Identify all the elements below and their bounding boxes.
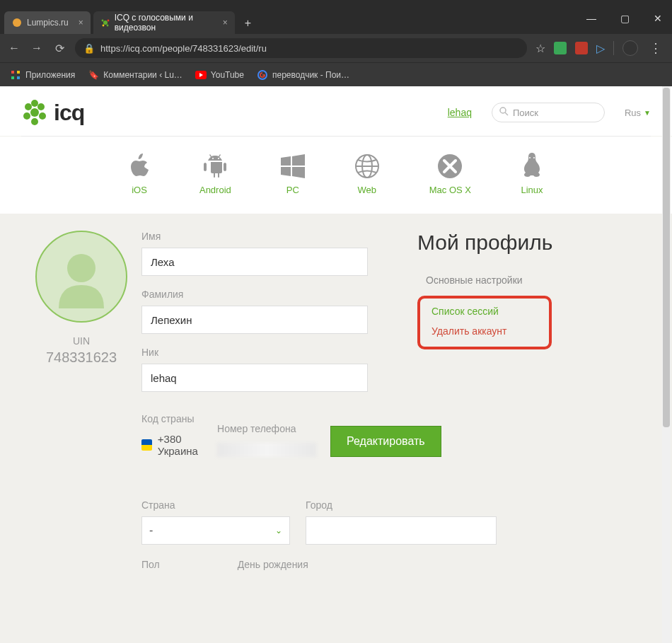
platform-ios[interactable]: iOS	[129, 152, 150, 195]
divider	[613, 41, 614, 55]
logo-text: icq	[54, 100, 84, 126]
menu-button[interactable]: ⋮	[647, 40, 665, 56]
platform-pc[interactable]: PC	[281, 152, 305, 195]
svg-point-25	[67, 254, 95, 282]
uin-label: UIN	[21, 335, 141, 347]
apps-icon	[10, 69, 21, 81]
search-input[interactable]: Поиск	[492, 103, 605, 122]
tab-title: ICQ с голосовыми и видеозвон	[115, 13, 213, 33]
lastname-input[interactable]	[141, 306, 368, 334]
firstname-label: Имя	[141, 231, 403, 242]
platform-label: Linux	[521, 185, 543, 195]
gender-label: Пол	[141, 559, 160, 570]
extension-icon-2[interactable]	[575, 42, 588, 54]
svg-point-15	[23, 112, 30, 120]
platform-label: PC	[281, 185, 305, 195]
forward-button[interactable]: →	[30, 42, 44, 54]
svg-point-3	[107, 20, 109, 22]
chevron-down-icon: ⌄	[275, 526, 282, 535]
phone-label: Номер телефона	[217, 423, 316, 434]
svg-point-12	[30, 108, 39, 117]
browser-titlebar	[0, 0, 672, 8]
apps-button[interactable]: Приложения	[10, 69, 75, 81]
settings-subtitle: Основные настройки	[426, 274, 651, 286]
scrollbar-thumb[interactable]	[663, 88, 670, 427]
icq-flower-icon	[21, 99, 48, 126]
svg-point-13	[25, 103, 32, 110]
bookmarks-bar: Приложения 🔖 Комментарии ‹ Lu… YouTube п…	[0, 62, 672, 86]
window-controls: — ▢ ✕	[581, 10, 668, 27]
svg-rect-7	[17, 71, 20, 74]
nick-input[interactable]	[141, 364, 368, 392]
countrycode-label: Код страны	[141, 413, 203, 424]
svg-point-2	[101, 20, 103, 22]
star-icon[interactable]: ☆	[535, 42, 545, 55]
close-window-button[interactable]: ✕	[648, 10, 668, 27]
profile-form: Имя Фамилия Ник Код страны +380 Украина	[141, 231, 403, 576]
firstname-input[interactable]	[141, 248, 368, 276]
platform-android[interactable]: Android	[199, 152, 231, 195]
countrycode-value: +380 Украина	[158, 433, 203, 457]
country-select[interactable]: - ⌄	[141, 516, 290, 545]
svg-point-0	[13, 18, 21, 27]
tab-title: Lumpics.ru	[27, 18, 69, 28]
user-link[interactable]: lehaq	[448, 107, 472, 118]
bookmark-label: переводчик - Пои…	[272, 70, 349, 80]
lock-icon: 🔒	[83, 43, 95, 54]
birthday-label: День рождения	[238, 559, 308, 570]
svg-point-16	[39, 112, 46, 120]
profile-content: UIN 748331623 Имя Фамилия Ник Код страны	[0, 214, 672, 604]
svg-point-4	[102, 25, 104, 27]
sessions-link[interactable]: Список сессий	[431, 306, 538, 317]
bookmark-label: YouTube	[211, 70, 244, 80]
page-title: Мой профиль	[417, 231, 651, 255]
profile-sidebar: Мой профиль Основные настройки Список се…	[403, 231, 651, 576]
favicon-lumpics	[11, 17, 23, 28]
svg-rect-9	[17, 76, 20, 79]
extension-icon-1[interactable]	[554, 42, 567, 54]
favicon-icq	[100, 17, 110, 28]
bookmark-comments[interactable]: 🔖 Комментарии ‹ Lu…	[88, 69, 183, 81]
tab-lumpics[interactable]: Lumpics.ru ×	[4, 11, 91, 34]
close-icon[interactable]: ×	[79, 18, 83, 28]
platform-web[interactable]: Web	[354, 152, 380, 195]
profile-avatar-small[interactable]	[622, 40, 638, 56]
avatar[interactable]	[35, 231, 127, 323]
delete-account-link[interactable]: Удалить аккаунт	[431, 325, 538, 337]
platform-macosx[interactable]: Mac OS X	[429, 152, 471, 195]
flag-ukraine-icon	[141, 439, 152, 451]
maximize-button[interactable]: ▢	[615, 10, 635, 27]
new-tab-button[interactable]: +	[238, 13, 258, 34]
svg-point-5	[106, 25, 108, 27]
language-selector[interactable]: Rus ▼	[625, 108, 651, 118]
country-selected: -	[149, 524, 153, 537]
svg-rect-8	[11, 76, 14, 79]
bookmark-translator[interactable]: переводчик - Пои…	[257, 69, 349, 81]
platform-label: Mac OS X	[429, 185, 471, 195]
apple-icon	[129, 152, 150, 180]
reload-button[interactable]: ⟳	[52, 42, 66, 55]
platform-linux[interactable]: Linux	[521, 152, 543, 195]
logo[interactable]: icq	[21, 99, 84, 126]
scrollbar[interactable]	[662, 86, 671, 643]
svg-point-19	[500, 108, 506, 113]
bookmark-youtube[interactable]: YouTube	[195, 69, 244, 81]
svg-point-18	[31, 100, 38, 107]
search-icon	[499, 107, 509, 118]
android-icon	[199, 152, 231, 180]
apps-label: Приложения	[25, 70, 75, 80]
tab-icq[interactable]: ICQ с голосовыми и видеозвон ×	[93, 11, 235, 34]
extension-icon-3[interactable]: ▷	[596, 42, 605, 55]
svg-point-14	[37, 103, 45, 110]
globe-icon	[354, 152, 380, 180]
country-label: Страна	[141, 499, 290, 511]
macos-icon	[429, 152, 471, 180]
chevron-down-icon: ▼	[644, 109, 651, 117]
url-text: https://icq.com/people/748331623/edit/ru	[100, 43, 267, 54]
language-label: Rus	[625, 108, 641, 118]
svg-point-17	[31, 118, 38, 125]
close-icon[interactable]: ×	[223, 18, 228, 28]
minimize-button[interactable]: —	[581, 10, 602, 27]
url-bar[interactable]: 🔒 https://icq.com/people/748331623/edit/…	[75, 38, 527, 58]
back-button[interactable]: ←	[7, 42, 21, 54]
